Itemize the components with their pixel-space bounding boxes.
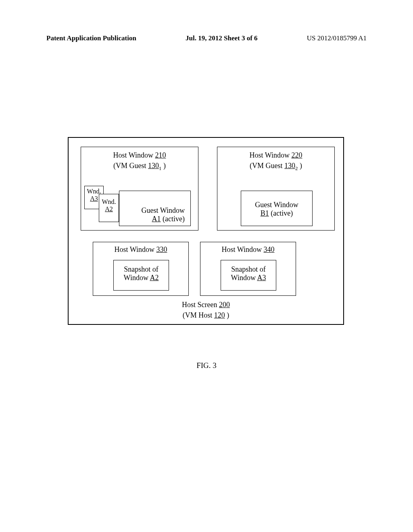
hw220-title-prefix: Host Window xyxy=(250,151,292,159)
hw210-title-num: 210 xyxy=(155,151,166,159)
hw210-title-prefix: Host Window xyxy=(113,151,155,159)
host-window-210: Host Window 210 (VM Guest 1301 ) Wnd. A3… xyxy=(81,147,198,231)
host-screen-sublabel-prefix: (VM Host xyxy=(183,311,214,319)
hw210-subtitle: (VM Guest 1301 ) xyxy=(81,162,198,172)
guest-window-b1: Guest Window B1 (active) xyxy=(241,191,313,226)
wnd-a3-num: A3 xyxy=(90,195,98,202)
page-header: Patent Application Publication Jul. 19, … xyxy=(46,34,367,42)
wnd-a2-num: A2 xyxy=(105,206,113,212)
hw220-title-num: 220 xyxy=(291,151,302,159)
wnd-a2: Wnd. A2 xyxy=(99,194,119,222)
figure-caption: FIG. 3 xyxy=(0,361,413,370)
hw340-title: Host Window 340 xyxy=(200,245,296,254)
header-right: US 2012/0185799 A1 xyxy=(307,34,367,42)
hw220-sub-prefix: (VM Guest xyxy=(250,162,284,170)
header-left: Patent Application Publication xyxy=(46,34,136,42)
guest-a1-prefix: Guest Window xyxy=(142,206,185,214)
host-screen-label: Host Screen 200 xyxy=(69,301,343,309)
hw340-title-prefix: Host Window xyxy=(222,245,264,254)
host-window-220: Host Window 220 (VM Guest 1302 ) Guest W… xyxy=(217,147,335,231)
snapshot-a3-window-prefix: Window xyxy=(231,274,257,282)
guest-b1-suffix: (active) xyxy=(269,209,293,217)
hw210-sub-suffix: ) xyxy=(161,162,166,170)
guest-a1-num: A1 xyxy=(152,215,161,223)
snapshot-a2-num: A2 xyxy=(150,274,159,282)
hw220-sub-suffix: ) xyxy=(298,162,302,170)
guest-b1-prefix: Guest Window xyxy=(255,201,298,209)
snapshot-a3: Snapshot of Window A3 xyxy=(221,260,276,291)
host-window-340: Host Window 340 Snapshot of Window A3 xyxy=(200,242,296,296)
snapshot-a2-window-prefix: Window xyxy=(124,274,150,282)
host-screen-box: Host Window 210 (VM Guest 1301 ) Wnd. A3… xyxy=(68,137,344,325)
guest-window-a1: Guest Window A1 (active) xyxy=(119,191,191,226)
guest-a1-suffix: (active) xyxy=(161,215,185,223)
snapshot-a3-num: A3 xyxy=(257,274,266,282)
host-screen-sublabel: (VM Host 120 ) xyxy=(69,311,343,320)
hw220-sub-num: 130 xyxy=(284,162,295,170)
hw330-title-prefix: Host Window xyxy=(115,245,156,254)
wnd-a2-prefix: Wnd. xyxy=(102,198,116,205)
snapshot-a2-prefix: Snapshot of xyxy=(124,265,159,273)
host-screen-sublabel-num: 120 xyxy=(214,311,225,319)
guest-b1-num: B1 xyxy=(261,209,269,217)
hw220-subtitle: (VM Guest 1302 ) xyxy=(217,162,334,172)
header-center: Jul. 19, 2012 Sheet 3 of 6 xyxy=(186,34,258,42)
hw210-title: Host Window 210 xyxy=(81,151,198,160)
host-window-330: Host Window 330 Snapshot of Window A2 xyxy=(93,242,189,296)
snapshot-a2: Snapshot of Window A2 xyxy=(113,260,169,291)
host-screen-sublabel-suffix: ) xyxy=(225,311,229,319)
host-screen-label-prefix: Host Screen xyxy=(182,301,219,309)
snapshot-a3-prefix: Snapshot of xyxy=(231,265,266,273)
hw330-title-num: 330 xyxy=(156,245,167,254)
hw340-title-num: 340 xyxy=(263,245,274,254)
hw220-title: Host Window 220 xyxy=(217,151,334,160)
hw330-title: Host Window 330 xyxy=(93,245,188,254)
hw210-sub-num: 130 xyxy=(148,162,159,170)
host-screen-label-num: 200 xyxy=(219,301,230,309)
hw210-sub-prefix: (VM Guest xyxy=(113,162,148,170)
